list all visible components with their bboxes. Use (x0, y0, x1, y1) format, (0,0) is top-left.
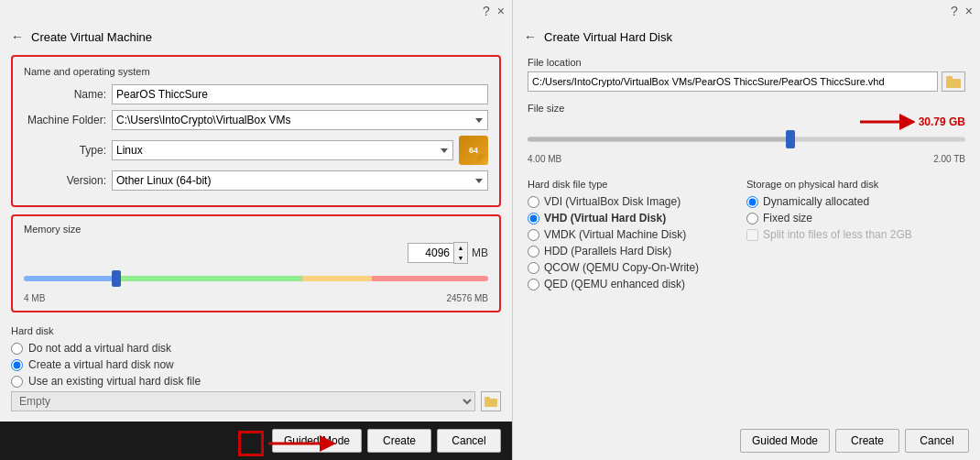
hd-existing-radio[interactable] (11, 376, 23, 388)
version-select[interactable]: Other Linux (64-bit) (112, 170, 488, 191)
hd-option-none: Do not add a virtual hard disk (11, 342, 501, 355)
right-close-button[interactable]: × (965, 4, 973, 18)
hdd-label: HDD (Parallels Hard Disk) (544, 245, 671, 257)
hd-existing-label: Use an existing virtual hard disk file (28, 375, 201, 388)
memory-up-button[interactable]: ▲ (454, 243, 467, 253)
memory-title: Memory size (24, 224, 488, 235)
harddisk-title: Hard disk (11, 325, 501, 336)
left-create-button[interactable]: Create (367, 429, 431, 453)
split-checkbox[interactable] (746, 229, 758, 241)
name-row: Name: (24, 84, 488, 104)
memory-min-label: 4 MB (24, 293, 45, 303)
vmdk-option: VMDK (Virtual Machine Disk) (528, 228, 746, 241)
vhd-option: VHD (Virtual Hard Disk) (528, 212, 746, 225)
left-back-icon[interactable]: ← (11, 29, 24, 44)
size-max-label: 2.00 TB (933, 154, 965, 164)
left-panel-header: ← Create Virtual Machine (0, 22, 512, 48)
size-slider-thumb[interactable] (786, 130, 795, 148)
memory-input[interactable] (408, 243, 453, 263)
vdi-label: VDI (VirtualBox Disk Image) (544, 195, 681, 208)
folder-icon (485, 396, 497, 407)
hd-create-label: Create a virtual hard disk now (28, 358, 174, 371)
svg-rect-1 (485, 397, 490, 400)
fixed-radio[interactable] (746, 213, 758, 225)
name-os-title: Name and operating system (24, 66, 488, 77)
folder-select[interactable]: C:\Users\IntoCrypto\VirtualBox VMs (112, 110, 488, 130)
right-help-button[interactable]: ? (951, 4, 958, 18)
os-icon: 64 (459, 136, 488, 165)
existing-file-row: Empty (11, 391, 501, 411)
right-guided-button[interactable]: Guided Mode (740, 429, 830, 453)
hd-option-existing: Use an existing virtual hard disk file (11, 375, 501, 388)
dynamic-radio[interactable] (746, 196, 758, 208)
memory-input-group: ▲ ▼ (408, 242, 468, 264)
vhd-label: VHD (Virtual Hard Disk) (544, 212, 666, 225)
hd-none-label: Do not add a virtual hard disk (28, 342, 171, 355)
dynamic-option: Dynamically allocated (746, 195, 965, 208)
memory-slider-labels: 4 MB 24576 MB (24, 293, 488, 303)
name-label: Name: (24, 88, 106, 101)
browse-file-button[interactable] (481, 391, 501, 411)
left-guided-button[interactable]: Guided Mode (272, 429, 362, 453)
file-type-title: Hard disk file type (528, 179, 746, 190)
storage-type-section: Storage on physical hard disk Dynamicall… (746, 179, 965, 294)
right-top-controls: ? × (513, 0, 980, 22)
disk-file-type-section: Hard disk file type VDI (VirtualBox Disk… (528, 179, 746, 294)
disk-options-row: Hard disk file type VDI (VirtualBox Disk… (513, 171, 980, 301)
vhd-radio[interactable] (528, 213, 539, 225)
file-size-label: File size (528, 103, 965, 114)
memory-down-button[interactable]: ▼ (454, 253, 467, 263)
qed-label: QED (QEMU enhanced disk) (544, 278, 685, 290)
memory-slider-thumb[interactable] (112, 270, 121, 287)
right-panel-header: ← Create Virtual Hard Disk (513, 22, 980, 48)
size-slider-fill (528, 137, 790, 142)
memory-max-label: 24576 MB (446, 293, 488, 303)
size-axis-labels: 4.00 MB 2.00 TB (528, 154, 965, 164)
size-arrow-icon (860, 114, 915, 130)
vdi-option: VDI (VirtualBox Disk Image) (528, 195, 746, 208)
file-path-input[interactable] (528, 71, 938, 92)
size-value-group: 30.79 GB (860, 114, 965, 130)
type-label: Type: (24, 144, 106, 157)
dynamic-label: Dynamically allocated (763, 195, 869, 208)
browse-folder-icon (946, 75, 961, 88)
create-vm-panel: ? × ← Create Virtual Machine Name and op… (0, 0, 513, 460)
version-label: Version: (24, 174, 106, 187)
memory-unit: MB (472, 246, 488, 259)
file-browse-button[interactable] (942, 71, 965, 92)
left-cancel-button[interactable]: Cancel (437, 429, 501, 453)
size-min-label: 4.00 MB (528, 154, 561, 164)
storage-type-title: Storage on physical hard disk (746, 179, 965, 190)
size-slider-wrapper: 30.79 GB (528, 126, 965, 152)
hd-option-create: Create a virtual hard disk now (11, 358, 501, 371)
right-cancel-button[interactable]: Cancel (905, 429, 969, 453)
folder-row: Machine Folder: C:\Users\IntoCrypto\Virt… (24, 110, 488, 130)
left-close-button[interactable]: × (497, 4, 505, 18)
vmdk-radio[interactable] (528, 229, 539, 241)
fixed-label: Fixed size (763, 212, 812, 225)
fixed-option: Fixed size (746, 212, 965, 225)
hd-create-radio[interactable] (11, 359, 23, 371)
qed-option: QED (QEMU enhanced disk) (528, 278, 746, 290)
qcow-radio[interactable] (528, 262, 539, 274)
split-option: Split into files of less than 2GB (746, 228, 965, 241)
name-input[interactable] (112, 84, 488, 104)
folder-label: Machine Folder: (24, 114, 106, 126)
file-location-section: File location (513, 48, 980, 99)
file-size-section: File size 30.79 GB (513, 99, 980, 171)
hdd-radio[interactable] (528, 246, 539, 257)
memory-section: Memory size ▲ ▼ MB 4 MB 24576 MB (11, 214, 501, 312)
qed-radio[interactable] (528, 279, 539, 290)
left-panel-title: Create Virtual Machine (31, 30, 152, 44)
type-select[interactable]: Linux (112, 140, 453, 160)
red-circle (238, 431, 264, 456)
hdd-option: HDD (Parallels Hard Disk) (528, 245, 746, 257)
type-row: Type: Linux 64 (24, 136, 488, 165)
right-create-button[interactable]: Create (835, 429, 899, 453)
existing-file-select[interactable]: Empty (11, 391, 475, 411)
left-help-button[interactable]: ? (483, 4, 490, 18)
vdi-radio[interactable] (528, 196, 539, 208)
hd-none-radio[interactable] (11, 343, 23, 355)
size-value-display: 30.79 GB (919, 115, 965, 128)
right-back-icon[interactable]: ← (524, 29, 537, 44)
